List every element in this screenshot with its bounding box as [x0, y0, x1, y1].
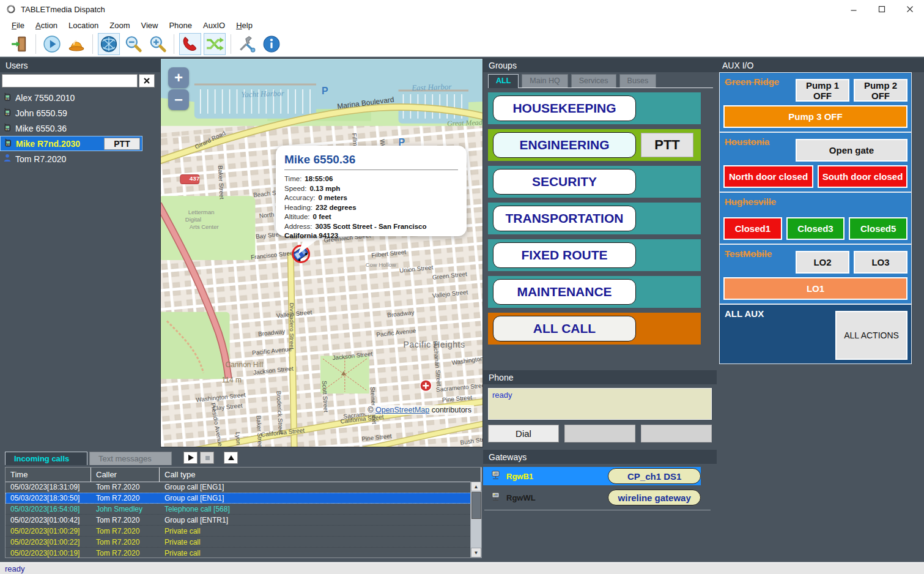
aux-section-label: Houstonia: [725, 136, 769, 147]
call-row[interactable]: 05/02/2023[01:00:42]Tom R7.2020Group cal…: [6, 515, 471, 526]
group-row-housekeeping: HOUSEKEEPING: [488, 92, 701, 124]
call-row[interactable]: 05/02/2023[01:00:22]Tom R7.2020Private c…: [6, 537, 471, 548]
stop-icon[interactable]: [200, 452, 214, 464]
aux-section-label: TestMobile: [725, 248, 772, 259]
play-icon[interactable]: [183, 452, 198, 464]
menu-auxio[interactable]: AuxIO: [198, 20, 231, 31]
menu-phone[interactable]: Phone: [163, 20, 198, 31]
gateway-row-rgwb1[interactable]: RgwB1CP_ch1 DS1: [483, 467, 701, 485]
call-type: Private call: [160, 549, 471, 557]
call-time: 05/03/2023[18:30:50]: [6, 494, 91, 502]
clear-search-button[interactable]: [139, 74, 155, 88]
aux-button-row: LO1: [723, 277, 907, 300]
scroll-up-button[interactable]: ▲: [471, 482, 481, 491]
map-canvas[interactable]: Yacht HarborEast HarborGreat MeadowMarin…: [161, 59, 482, 447]
map-zoom-out-button[interactable]: −: [168, 89, 189, 110]
gateway-channel-button[interactable]: CP_ch1 DS1: [608, 468, 701, 484]
info-icon[interactable]: [261, 33, 283, 55]
user-row-mike-6550-36[interactable]: Mike 6550.36: [0, 121, 142, 136]
zoom-in-icon[interactable]: [147, 33, 169, 55]
zoom-out-icon[interactable]: [122, 33, 144, 55]
calls-tab-incoming-calls[interactable]: Incoming calls: [5, 452, 87, 465]
group-tab-services[interactable]: Services: [571, 74, 616, 88]
gateways-panel: Gateways RgwB1CP_ch1 DS1RgwWLwireline ga…: [483, 450, 717, 562]
group-button-housekeeping[interactable]: HOUSEKEEPING: [493, 95, 636, 121]
exit-icon[interactable]: [9, 33, 31, 55]
group-button-security[interactable]: SECURITY: [493, 169, 636, 195]
aux-pump-1-off-button[interactable]: Pump 1 OFF: [796, 79, 849, 102]
call-row[interactable]: 05/03/2023[18:30:50]Tom R7.2020Group cal…: [6, 493, 471, 504]
phone-button-3[interactable]: [641, 425, 712, 442]
app-window: TABLETmedia Dispatch FileActionLocationZ…: [0, 0, 924, 574]
group-row-maintenance: MAINTENANCE: [488, 276, 701, 308]
aux-north-door-closed-button[interactable]: North door closed: [723, 165, 813, 188]
aux-lo3-button[interactable]: LO3: [854, 251, 907, 274]
radio-icon: [3, 138, 16, 149]
menu-zoom[interactable]: Zoom: [104, 20, 135, 31]
user-ptt-button[interactable]: PTT: [104, 138, 140, 150]
phone-button-2[interactable]: [564, 425, 635, 442]
aux-section-label: Green Ridge: [725, 76, 779, 87]
maximize-button[interactable]: [868, 0, 896, 18]
phone-status-display: ready: [488, 388, 712, 420]
close-button[interactable]: [896, 0, 924, 18]
siren-icon[interactable]: [65, 33, 87, 55]
aux-lo2-button[interactable]: LO2: [796, 251, 849, 274]
aux-pump-3-off-button[interactable]: Pump 3 OFF: [723, 105, 907, 128]
scroll-thumb[interactable]: [471, 492, 481, 519]
group-ptt-button[interactable]: PTT: [641, 133, 693, 157]
aux-button-row: Closed1Closed3Closed5: [723, 217, 907, 240]
user-row-mike-r7nd-2030[interactable]: Mike R7nd.2030PTT: [0, 136, 142, 151]
shuffle-icon[interactable]: [204, 33, 226, 55]
user-row-alex-7550-2010[interactable]: Alex 7550.2010: [0, 90, 142, 105]
group-tab-main-hq[interactable]: Main HQ: [522, 74, 567, 88]
aux-lo1-button[interactable]: LO1: [723, 277, 907, 300]
tools-icon[interactable]: [236, 33, 258, 55]
menu-file[interactable]: File: [6, 20, 30, 31]
phone-dial-button[interactable]: Dial: [488, 425, 559, 442]
user-list: Alex 7550.2010John 6550.59Mike 6550.36Mi…: [0, 90, 160, 166]
aux-open-gate-button[interactable]: Open gate: [796, 139, 907, 162]
aux-pump-2-off-button[interactable]: Pump 2 OFF: [854, 79, 907, 102]
group-tab-buses[interactable]: Buses: [619, 74, 657, 88]
menu-action[interactable]: Action: [30, 20, 63, 31]
menu-view[interactable]: View: [136, 20, 164, 31]
group-tab-all[interactable]: ALL: [488, 74, 519, 88]
aux-closed5-button[interactable]: Closed5: [849, 217, 907, 240]
group-button-fixed-route[interactable]: FIXED ROUTE: [493, 242, 636, 268]
minimize-button[interactable]: [840, 0, 868, 18]
call-caller: Tom R7.2020: [91, 527, 160, 535]
gateway-row-rgwwl[interactable]: RgwWLwireline gateway: [483, 488, 701, 507]
call-row[interactable]: 05/03/2023[16:54:08]John SmedleyTelephon…: [6, 504, 471, 515]
user-row-john-6550-59[interactable]: John 6550.59: [0, 105, 142, 121]
menu-help[interactable]: Help: [231, 20, 258, 31]
group-button-transportation[interactable]: TRANSPORTATION: [493, 206, 636, 231]
calls-scrollbar[interactable]: ▲ ▼: [470, 482, 481, 557]
up-arrow-icon[interactable]: [224, 452, 238, 464]
aux-closed1-button[interactable]: Closed1: [723, 217, 782, 240]
gateway-channel-button[interactable]: wireline gateway: [608, 490, 701, 505]
group-button-engineering[interactable]: ENGINEERING: [493, 132, 636, 158]
map-panel[interactable]: Yacht HarborEast HarborGreat MeadowMarin…: [160, 58, 483, 447]
aux-south-door-closed-button[interactable]: South door closed: [818, 165, 907, 188]
map-zoom-in-button[interactable]: +: [168, 67, 189, 88]
aux-section-testmobile: TestMobileLO2LO3LO1: [719, 244, 912, 304]
group-button-maintenance[interactable]: MAINTENANCE: [493, 279, 636, 305]
call-row[interactable]: 05/02/2023[01:00:29]Tom R7.2020Private c…: [6, 526, 471, 537]
calls-tab-text-messages[interactable]: Text messages: [89, 452, 172, 465]
map-label: Lyon St: [235, 431, 243, 447]
phone-icon[interactable]: [179, 33, 201, 55]
call-row[interactable]: 05/02/2023[01:00:19]Tom R7.2020Private c…: [6, 548, 471, 557]
user-search-input[interactable]: [2, 74, 138, 88]
aux-closed3-button[interactable]: Closed3: [786, 217, 845, 240]
aux-all-actions-button[interactable]: ALL ACTIONS: [835, 311, 907, 360]
user-row-tom-r7-2020[interactable]: Tom R7.2020: [0, 151, 142, 166]
globe-icon[interactable]: [98, 33, 120, 55]
scroll-down-button[interactable]: ▼: [471, 548, 481, 557]
menu-location[interactable]: Location: [63, 20, 104, 31]
openstreetmap-link[interactable]: OpenStreetMap: [375, 406, 429, 414]
call-caller: Tom R7.2020: [91, 549, 160, 557]
group-button-all-call[interactable]: ALL CALL: [493, 316, 636, 341]
call-row[interactable]: 05/03/2023[18:31:09]Tom R7.2020Group cal…: [6, 482, 471, 493]
play-icon[interactable]: [41, 33, 63, 55]
